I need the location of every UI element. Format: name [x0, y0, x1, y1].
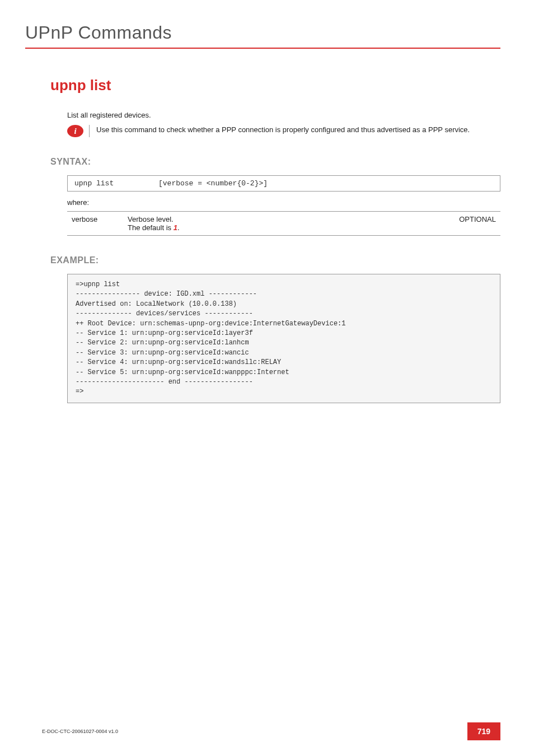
example-output: =>upnp list ---------------- device: IGD… — [67, 274, 500, 403]
param-default-suffix: . — [177, 223, 180, 232]
footer-doc-id: E-DOC-CTC-20061027-0004 v1.0 — [42, 729, 118, 734]
info-box: i Use this command to check whether a PP… — [67, 125, 500, 137]
info-icon: i — [67, 125, 83, 137]
param-table: verbose Verbose level. The default is 1.… — [67, 211, 500, 236]
footer: E-DOC-CTC-20061027-0004 v1.0 719 — [42, 722, 500, 740]
param-desc-text: Verbose level. — [128, 215, 174, 223]
command-title: upnp list — [50, 77, 500, 94]
param-default-value: 1 — [174, 223, 177, 232]
param-name: verbose — [67, 212, 123, 236]
param-description: Verbose level. The default is 1. — [123, 212, 439, 236]
page-title: UPnP Commands — [25, 22, 500, 43]
syntax-box: upnp list[verbose = <number{0-2}>] — [67, 175, 500, 192]
title-underline — [25, 48, 500, 49]
syntax-command: upnp list — [74, 179, 158, 188]
param-default-prefix: The default is — [128, 223, 174, 232]
syntax-params: [verbose = <number{0-2}>] — [158, 179, 268, 188]
where-label: where: — [67, 198, 500, 207]
intro-text: List all registered devices. — [67, 111, 500, 119]
syntax-heading: SYNTAX: — [50, 157, 500, 167]
info-text: Use this command to check whether a PPP … — [90, 125, 470, 137]
table-row: verbose Verbose level. The default is 1.… — [67, 212, 500, 236]
example-heading: EXAMPLE: — [50, 255, 500, 265]
page-number: 719 — [467, 722, 500, 740]
param-optional: OPTIONAL — [439, 212, 500, 236]
info-icon-cell: i — [67, 125, 90, 137]
